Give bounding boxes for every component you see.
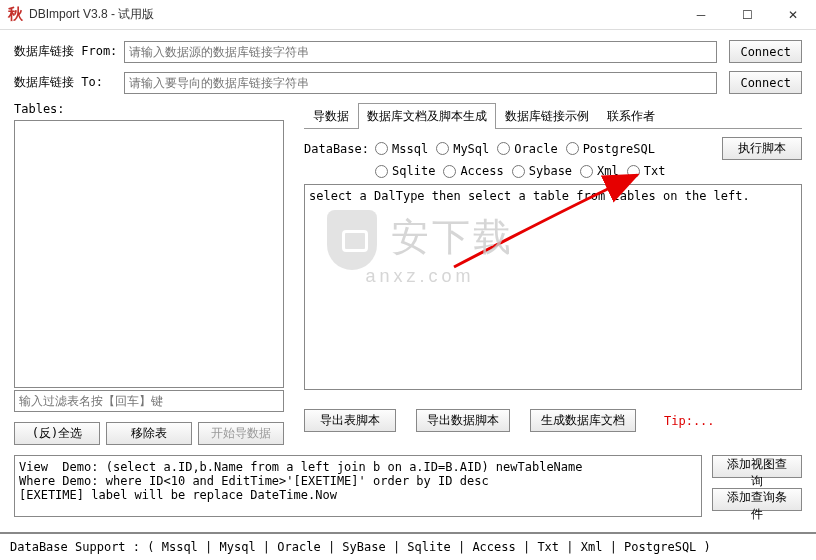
radio-sqlite[interactable]: Sqlite — [375, 164, 435, 178]
export-data-script-button[interactable]: 导出数据脚本 — [416, 409, 510, 432]
minimize-button[interactable]: ─ — [678, 0, 724, 30]
connect-to-button[interactable]: Connect — [729, 71, 802, 94]
radio-mysql[interactable]: MySql — [436, 142, 489, 156]
tab-contact[interactable]: 联系作者 — [598, 103, 664, 129]
tables-listbox[interactable] — [14, 120, 284, 388]
radio-postgresql[interactable]: PostgreSQL — [566, 142, 655, 156]
export-table-script-button[interactable]: 导出表脚本 — [304, 409, 396, 432]
radio-mssql[interactable]: Mssql — [375, 142, 428, 156]
tab-doc-script[interactable]: 数据库文档及脚本生成 — [358, 103, 496, 129]
remove-table-button[interactable]: 移除表 — [106, 422, 192, 445]
add-view-query-button[interactable]: 添加视图查询 — [712, 455, 802, 478]
connect-from-button[interactable]: Connect — [729, 40, 802, 63]
window-title: DBImport V3.8 - 试用版 — [29, 6, 154, 23]
tip-label: Tip:... — [664, 414, 715, 428]
to-input[interactable] — [124, 72, 717, 94]
to-label: 数据库链接 To: — [14, 74, 124, 91]
from-input[interactable] — [124, 41, 717, 63]
radio-oracle[interactable]: Oracle — [497, 142, 557, 156]
app-icon: 秋 — [8, 5, 23, 24]
run-script-button[interactable]: 执行脚本 — [722, 137, 802, 160]
filter-input[interactable] — [14, 390, 284, 412]
radio-txt[interactable]: Txt — [627, 164, 666, 178]
from-label: 数据库链接 From: — [14, 43, 124, 60]
demo-textbox[interactable]: View Demo: (select a.ID,b.Name from a le… — [14, 455, 702, 517]
script-textarea[interactable] — [304, 184, 802, 390]
radio-xml[interactable]: Xml — [580, 164, 619, 178]
database-label: DataBase: — [304, 142, 369, 156]
tab-import[interactable]: 导数据 — [304, 103, 358, 129]
maximize-button[interactable]: ☐ — [724, 0, 770, 30]
tab-bar: 导数据 数据库文档及脚本生成 数据库链接示例 联系作者 — [304, 102, 802, 129]
status-bar: DataBase Support : ( Mssql | Mysql | Ora… — [0, 532, 816, 560]
select-all-button[interactable]: (反)全选 — [14, 422, 100, 445]
tab-conn-example[interactable]: 数据库链接示例 — [496, 103, 598, 129]
title-bar: 秋 DBImport V3.8 - 试用版 ─ ☐ ✕ — [0, 0, 816, 30]
add-where-button[interactable]: 添加查询条件 — [712, 488, 802, 511]
radio-sybase[interactable]: Sybase — [512, 164, 572, 178]
radio-access[interactable]: Access — [443, 164, 503, 178]
generate-db-doc-button[interactable]: 生成数据库文档 — [530, 409, 636, 432]
start-import-button[interactable]: 开始导数据 — [198, 422, 284, 445]
close-button[interactable]: ✕ — [770, 0, 816, 30]
tables-label: Tables: — [14, 102, 284, 116]
